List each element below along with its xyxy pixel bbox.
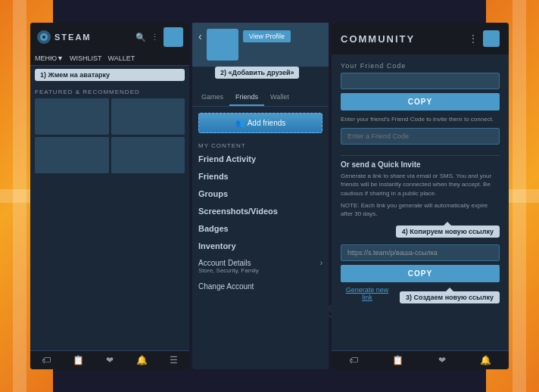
tooltip-add-friends: 2) «Добавить друзей» bbox=[215, 67, 299, 79]
profile-tabs: Games Friends Wallet bbox=[192, 89, 329, 107]
community-bottom-card-icon[interactable]: 📋 bbox=[392, 355, 403, 366]
my-content-label: MY CONTENT bbox=[192, 139, 329, 151]
community-header: COMMUNITY ⋮ bbox=[332, 23, 509, 54]
account-details-sub: Store, Security, Family bbox=[198, 267, 322, 274]
community-avatar[interactable] bbox=[483, 30, 500, 47]
menu-inventory[interactable]: Inventory bbox=[192, 238, 329, 255]
community-content: Your Friend Code COPY Enter your friend'… bbox=[332, 54, 509, 350]
tooltip3-container: 3) Создаем новую ссылку bbox=[400, 288, 500, 303]
community-bottom-nav: 🏷 📋 ❤ 🔔 bbox=[332, 350, 509, 369]
community-header-right: ⋮ bbox=[468, 30, 500, 47]
steam-icon bbox=[36, 30, 51, 45]
menu-friend-activity[interactable]: Friend Activity bbox=[192, 151, 329, 168]
invite-link-display: https://s.team/p/ваша-ссылка bbox=[341, 244, 500, 261]
featured-thumb-2 bbox=[111, 98, 185, 135]
profile-tabs-spacer: Games Friends Wallet bbox=[192, 89, 329, 107]
bottom-nav-heart-icon[interactable]: ❤ bbox=[106, 355, 114, 366]
add-friends-icon: 👥 bbox=[235, 119, 245, 127]
more-options-icon[interactable]: ⋮ bbox=[151, 33, 159, 42]
profile-avatar bbox=[207, 29, 238, 61]
community-more-icon[interactable]: ⋮ bbox=[468, 33, 478, 45]
steam-client-panel: STEAM 🔍 ⋮ МЕНЮ▼ WISHLIST WALLET 1) Жмем … bbox=[30, 23, 189, 369]
back-arrow-icon[interactable]: ‹ bbox=[198, 30, 202, 42]
bottom-nav-tag-icon[interactable]: 🏷 bbox=[42, 355, 51, 366]
menu-change-account[interactable]: Change Account bbox=[192, 278, 329, 295]
profile-panel: ‹ View Profile 2) «Добавить друзей» Game… bbox=[192, 23, 329, 369]
gift-ribbon-right-v bbox=[513, 0, 526, 392]
generate-new-link-button[interactable]: Generate new link bbox=[341, 286, 394, 301]
bottom-nav-bell-icon[interactable]: 🔔 bbox=[136, 355, 148, 366]
menu-badges[interactable]: Badges bbox=[192, 220, 329, 238]
community-bottom-heart-icon[interactable]: ❤ bbox=[438, 355, 446, 366]
tooltip3-arrow bbox=[446, 288, 453, 291]
steam-logo: STEAM bbox=[36, 30, 92, 45]
featured-thumb-4 bbox=[111, 137, 185, 173]
view-profile-button[interactable]: View Profile bbox=[243, 30, 291, 42]
bottom-nav-card-icon[interactable]: 📋 bbox=[73, 355, 84, 366]
profile-header: ‹ View Profile bbox=[192, 23, 329, 67]
tab-wallet[interactable]: Wallet bbox=[264, 89, 295, 106]
menu-friends[interactable]: Friends bbox=[192, 168, 329, 185]
steam-content: FEATURED & RECOMMENDED bbox=[30, 84, 189, 350]
tooltip-click-avatar: 1) Жмем на аватарку bbox=[35, 69, 185, 81]
generate-row-inner: Generate new link 3) Создаем новую ссылк… bbox=[341, 286, 500, 304]
steam-bottom-nav: 🏷 📋 ❤ 🔔 ☰ bbox=[30, 350, 189, 369]
copy-friend-code-button[interactable]: COPY bbox=[341, 93, 500, 110]
friend-code-input[interactable] bbox=[341, 73, 500, 89]
featured-grid bbox=[35, 98, 185, 173]
featured-thumb-1 bbox=[35, 98, 109, 135]
menu-groups[interactable]: Groups bbox=[192, 185, 329, 203]
search-icon[interactable]: 🔍 bbox=[136, 33, 146, 42]
add-friends-button[interactable]: 👥 Add friends bbox=[198, 113, 322, 133]
nav-wishlist[interactable]: WISHLIST bbox=[70, 54, 102, 62]
copy-link-button[interactable]: COPY bbox=[341, 265, 500, 282]
community-title: COMMUNITY bbox=[341, 33, 415, 45]
community-bottom-tag-icon[interactable]: 🏷 bbox=[349, 355, 358, 366]
tooltip-copy-link: 4) Копируем новую ссылку bbox=[396, 226, 500, 238]
enter-friend-code-input[interactable] bbox=[341, 128, 500, 145]
avatar[interactable] bbox=[164, 27, 183, 47]
friend-code-label: Your Friend Code bbox=[341, 62, 500, 70]
community-panel: COMMUNITY ⋮ Your Friend Code COPY Enter … bbox=[332, 23, 509, 369]
tab-friends[interactable]: Friends bbox=[229, 89, 264, 106]
bottom-nav-menu-icon[interactable]: ☰ bbox=[170, 355, 178, 366]
tooltip4-container: 4) Копируем новую ссылку bbox=[396, 222, 500, 241]
steam-label: STEAM bbox=[55, 33, 92, 42]
nav-wallet[interactable]: WALLET bbox=[108, 54, 136, 62]
arrow-icon: › bbox=[320, 259, 322, 267]
featured-label: FEATURED & RECOMMENDED bbox=[35, 89, 185, 95]
tab-games[interactable]: Games bbox=[195, 89, 229, 106]
quick-invite-note: NOTE: Each link you generate will automa… bbox=[341, 201, 500, 218]
featured-thumb-3 bbox=[35, 137, 109, 173]
menu-screenshots[interactable]: Screenshots/Videos bbox=[192, 203, 329, 220]
generate-link-row: Generate new link 3) Создаем новую ссылк… bbox=[341, 286, 500, 304]
steam-header-icons: 🔍 ⋮ bbox=[136, 27, 183, 47]
gift-ribbon-left-v bbox=[13, 0, 26, 392]
tooltip-generate-link: 3) Создаем новую ссылку bbox=[400, 291, 500, 303]
tooltip4-row: 4) Копируем новую ссылку bbox=[341, 222, 500, 241]
main-wrapper: STEAM 🔍 ⋮ МЕНЮ▼ WISHLIST WALLET 1) Жмем … bbox=[30, 23, 509, 369]
steam-header: STEAM 🔍 ⋮ bbox=[30, 23, 189, 51]
divider bbox=[341, 155, 500, 156]
nav-menu[interactable]: МЕНЮ▼ bbox=[35, 54, 64, 62]
friend-code-description: Enter your friend's Friend Code to invit… bbox=[341, 115, 500, 123]
quick-invite-label: Or send a Quick Invite bbox=[341, 160, 500, 169]
steam-nav-bar: МЕНЮ▼ WISHLIST WALLET bbox=[30, 51, 189, 66]
community-bottom-bell-icon[interactable]: 🔔 bbox=[480, 355, 491, 366]
quick-invite-description: Generate a link to share via email or SM… bbox=[341, 172, 500, 198]
svg-point-2 bbox=[42, 36, 45, 39]
menu-account-details[interactable]: Account Details › Store, Security, Famil… bbox=[192, 255, 329, 278]
